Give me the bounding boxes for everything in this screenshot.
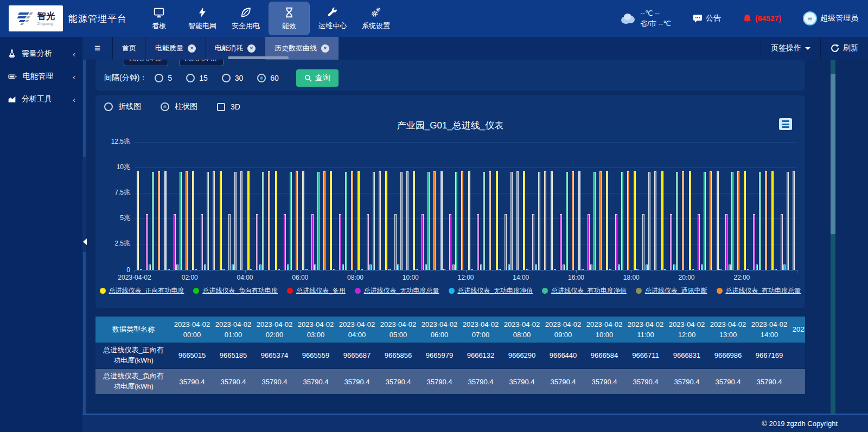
sidebar-item-电能管理[interactable]: 电能管理‹ [0,65,82,88]
x-axis-label: 18:00 [607,274,656,281]
y-axis-label: 12.5兆 [99,137,130,146]
bar-group [358,143,381,270]
interval-option-5[interactable]: 5 [155,74,172,82]
left-scrollbar[interactable] [82,60,86,414]
alert-button[interactable]: (64527) [743,14,781,23]
legend-item-总进线仪表_通讯中断[interactable]: 总进线仪表_通讯中断 [636,286,707,295]
table-cell: 35790.4 [213,369,254,395]
vertical-scrollbar-thumb[interactable] [831,74,835,234]
x-axis-label: 2023-04-02 [110,274,159,281]
tab-operations-button[interactable]: 页签操作 [761,37,820,60]
bar-总进线仪表_无功电度总量 [725,214,727,270]
radio-icon[interactable] [186,74,195,82]
nav-item-label: 安全用电 [232,21,260,31]
bar-总进线仪表_负向有功电度 [361,269,363,270]
battery-icon [7,72,18,81]
nav-item-看板[interactable]: 看板 [139,2,179,35]
tab-电能质量[interactable]: 电能质量✕ [146,37,206,60]
start-date-input[interactable] [124,60,168,66]
radio-icon[interactable] [155,74,163,82]
bar-总进线仪表_有功电度总量 [268,171,270,270]
nav-item-label: 系统设置 [362,21,390,31]
table-header-cell: 2023-04-0211:00 [625,317,666,343]
bar-group [606,143,629,270]
nav-item-安全用电[interactable]: 安全用电 [226,2,266,35]
hourglass-icon [283,7,295,18]
search-button[interactable]: 查询 [296,69,339,87]
legend-item-总进线仪表_负向有功电度[interactable]: 总进线仪表_负向有功电度 [193,286,278,295]
vertical-scrollbar[interactable] [831,60,835,414]
horizontal-scrollbar-thumb[interactable] [228,56,289,59]
table-header-cell: 2023-04-0208:00 [501,317,542,343]
bar-总进线仪表_无功电度总量 [367,214,369,270]
bar-总进线仪表_有功电度总量 [461,171,463,270]
bar-总进线仪表_负向有功电度 [443,269,445,270]
table-cell: 35790.4 [542,369,584,395]
bar-总进线仪表_有功电度总量 [379,171,381,270]
bar-总进线仪表_无功电度净值 [508,265,510,270]
end-date-input[interactable] [179,60,224,66]
bar-总进线仪表_正向有功电度 [496,171,498,270]
table-header-cell: 2023-04-0200:00 [171,317,213,343]
tab-label: 首页 [122,43,136,53]
nav-item-能效[interactable]: 能效 [269,2,309,35]
legend-item-总进线仪表_无功电度净值[interactable]: 总进线仪表_无功电度净值 [449,286,533,295]
nav-item-运维中心[interactable]: 运维中心 [312,2,353,35]
legend-dot-icon [636,288,642,294]
bar-chart-radio[interactable] [161,102,169,111]
refresh-icon [831,44,839,53]
bar-group [164,143,188,270]
nav-item-系统设置[interactable]: 系统设置 [356,2,396,35]
x-axis-tick [631,270,632,273]
bar-group [496,143,519,270]
close-icon[interactable]: ✕ [188,44,196,53]
x-axis-label: 02:00 [165,274,215,281]
sidebar-item-分析工具[interactable]: 分析工具‹ [0,88,82,111]
sidebar-item-需量分析[interactable]: 需量分析‹ [0,42,82,65]
refresh-button[interactable]: 刷新 [820,37,868,60]
sidebar-collapse-arrow-icon[interactable] [83,238,87,245]
bar-总进线仪表_负向有功电度 [775,269,777,270]
table-cell: 35790.4 [584,369,625,395]
line-chart-radio[interactable] [104,102,113,111]
sidebar-item-label: 需量分析 [22,49,52,59]
bar-总进线仪表_有功电度净值 [180,172,182,270]
3d-checkbox[interactable] [217,103,225,111]
sidebar-item-label: 分析工具 [22,94,52,104]
interval-option-60[interactable]: 60 [257,74,279,82]
user-menu[interactable]: ≡ 超级管理员 [803,11,858,25]
legend-item-总进线仪表_无功电度总量[interactable]: 总进线仪表_无功电度总量 [355,286,439,295]
chart-title: 产业园_G01_总进线_仪表 [95,119,805,132]
announcement-button[interactable]: 公告 [693,14,721,23]
x-axis-tick [742,270,742,273]
nav-item-智能电网[interactable]: 智能电网 [182,2,222,35]
sidebar-toggle-button[interactable]: ≡ [82,37,113,60]
chart-menu-icon[interactable] [779,118,792,130]
tab-首页[interactable]: 首页 [113,37,146,60]
line-chart-label: 折线图 [118,102,141,112]
table-cell: 35790.4 [707,369,749,395]
legend-item-总进线仪表_有功电度总量[interactable]: 总进线仪表_有功电度总量 [717,286,801,295]
legend-item-总进线仪表_正向有功电度[interactable]: 总进线仪表_正向有功电度 [100,286,184,295]
cloud-icon [620,12,636,24]
radio-icon[interactable] [257,74,266,82]
close-icon[interactable]: ✕ [247,44,256,53]
bar-总进线仪表_负向有功电度 [195,269,197,270]
radio-icon[interactable] [222,74,231,82]
table-cell: 9665979 [419,343,460,369]
bar-总进线仪表_有功电度净值 [593,172,596,270]
legend-item-总进线仪表_有功电度净值[interactable]: 总进线仪表_有功电度净值 [542,286,627,295]
table-cell: 9665559 [295,343,336,369]
tab-label: 电能质量 [155,43,183,53]
bar-总进线仪表_有功电度净值 [648,172,650,270]
interval-option-15[interactable]: 15 [186,74,208,82]
bar-group [441,143,464,270]
legend-item-总进线仪表_备用[interactable]: 总进线仪表_备用 [287,286,346,295]
close-icon[interactable]: ✕ [321,44,329,53]
legend-dot-icon [355,288,361,294]
bar-group [413,143,436,270]
row-label: 总进线仪表_正向有功电度(kWh) [95,343,171,369]
interval-option-30[interactable]: 30 [222,74,244,82]
legend-label: 总进线仪表_正向有功电度 [109,286,184,295]
table-cell: 35790.4 [378,369,419,395]
